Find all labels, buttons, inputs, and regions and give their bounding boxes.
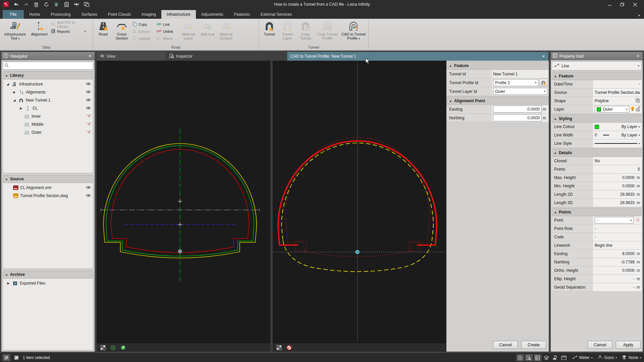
reports-button[interactable]: Reports ▾ [50,28,87,34]
distance-unit-dropdown[interactable]: Meter ▾ [572,355,593,360]
expanded-arrow-icon[interactable]: ◢ [6,82,10,86]
property-grid-toggle-icon[interactable] [534,354,541,361]
northing-input[interactable]: 0.0000 [493,114,542,121]
tree-item-infrastructure[interactable]: ◢ Infrastructure [3,80,93,88]
layer-visibility-bulb-icon[interactable] [631,106,635,112]
tab-infrastructure[interactable]: Infrastructure [161,10,196,19]
pg-section-points[interactable]: ▲ Points [552,208,642,216]
new-profile-button[interactable] [539,79,547,86]
source-file-dwg[interactable]: DWG Tunnel Profile Section.dwg [3,192,93,200]
tab-features[interactable]: Features [229,10,255,19]
restore-button[interactable] [616,1,628,8]
feature-type-selector[interactable]: Line ▾ [552,61,642,70]
redo-button[interactable] [23,1,30,7]
delete-button[interactable] [33,1,40,7]
source-file-xml[interactable]: XML CL Alignment.xml [3,184,93,192]
visibility-pen-icon[interactable] [86,130,91,135]
ribbon-collapse-icon[interactable]: ▲ [638,13,641,17]
tree-item-middle[interactable]: Middle [3,120,93,128]
tab-home[interactable]: Home [24,10,45,19]
visibility-eye-icon[interactable] [86,82,91,86]
animation-toggle-icon[interactable] [560,354,568,361]
visibility-eye-icon[interactable] [86,98,91,103]
tab-processing[interactable]: Processing [45,10,76,19]
tab-file[interactable]: File [3,10,24,19]
visibility-eye-icon[interactable] [86,90,91,95]
library-section-header[interactable]: ▲ Library [3,72,93,79]
minimize-button[interactable] [604,1,615,8]
line-width-dropdown[interactable]: 0 By Layer ▾ [593,131,642,139]
tunnel-layer-button[interactable]: Tunnel Layer [278,19,297,44]
clipboard-import-button[interactable] [63,1,70,7]
pg-section-details[interactable]: ▲ Details [552,148,642,157]
expanded-arrow-icon[interactable]: ◢ [12,99,16,102]
close-icon[interactable]: ✕ [542,54,545,59]
measure-tool-icon[interactable] [13,354,20,361]
visibility-eye-icon[interactable] [86,185,91,190]
grid-toggle-icon[interactable] [276,345,282,351]
source-section-header[interactable]: ▲ Source [3,175,93,183]
refresh-button[interactable] [43,1,50,7]
doc-tab-cad-to-tunnel-profile[interactable]: CAD to Tunnel Profile: New Tunnel 1 ✕ [287,52,549,61]
tree-item-inner[interactable]: Inner [3,112,93,120]
visibility-pen-icon[interactable] [86,114,91,119]
archive-section-header[interactable]: ▲ Archive [3,271,93,279]
window-layout-button[interactable] [83,1,90,7]
gnss-satellite-button[interactable] [73,1,80,7]
viewport-splitter[interactable] [270,61,273,352]
layer-unlock-icon[interactable] [636,107,640,112]
add-poi-to-library-button[interactable]: Add POI to Library [50,21,89,27]
visibility-pen-icon[interactable] [86,122,91,127]
alignment-button[interactable]: Alignment [29,19,50,44]
alignment-point-section-header[interactable]: ▲ Alignment Point [446,97,549,105]
tunnel-profile-dropdown[interactable]: Profile 2 ▾ [493,79,538,86]
cancel-pick-icon[interactable] [286,345,292,351]
cancel-button[interactable]: Cancel [588,341,612,349]
tab-imaging[interactable]: Imaging [136,10,161,19]
material-layer-button[interactable]: Material Layer [179,19,198,44]
tree-item-exported-files[interactable]: ▶ Exported Files [3,279,93,287]
visibility-eye-icon[interactable] [86,193,91,198]
tunnel-button[interactable]: Tunnel [260,19,278,44]
cross-section-button[interactable]: Cross Section [112,19,131,44]
create-button[interactable]: Create [521,341,546,349]
view-viewport[interactable] [97,61,270,352]
link-button[interactable]: Link [155,21,179,27]
road-button[interactable]: Road [94,19,112,44]
tree-item-alignments[interactable]: ▶ Alignments [3,88,93,96]
cad-profile-viewport[interactable] [273,61,446,352]
search-input[interactable] [10,63,92,68]
tunnel-layer-dropdown[interactable]: Outer ▾ [493,88,547,95]
feature-section-header[interactable]: ▲ Feature [446,61,549,70]
inspector-toggle-icon[interactable] [525,354,533,361]
tab-adjustments[interactable]: Adjustments [196,10,229,19]
coordinate-system-dropdown[interactable]: None ▾ [622,355,641,361]
line-style-dropdown[interactable]: ▾ [593,139,642,147]
doc-tab-inspector[interactable]: Inspector [166,52,287,61]
line-colour-dropdown[interactable]: By Layer ▾ [593,123,642,131]
navigator-toggle-icon[interactable] [517,354,524,361]
navigator-search[interactable] [3,62,93,70]
undo-button[interactable] [13,1,19,7]
visibility-eye-icon[interactable] [86,106,91,111]
layer-dropdown[interactable]: Outer ▾ [595,106,629,113]
tab-surfaces[interactable]: Surfaces [76,10,103,19]
material-surface-button[interactable]: Material Surface [216,19,236,44]
unlink-button[interactable]: Unlink [155,28,179,34]
infrastructure-toggle-icon[interactable] [551,354,559,361]
layers-toggle-icon[interactable] [543,354,550,361]
collapsed-arrow-icon[interactable]: ▶ [12,90,16,94]
infrastructure-tool-button[interactable]: Infrastructure Tool ▾ [1,19,29,44]
easting-input[interactable]: 0.0000 [493,106,542,113]
add-to-button[interactable]: Add to ▾ [198,19,216,44]
tree-item-outer[interactable]: Outer [3,128,93,136]
extract-button[interactable]: Extract [131,28,155,34]
grid-toggle-icon[interactable] [100,345,106,351]
copy-geometry-icon[interactable] [636,98,640,104]
close-icon[interactable]: ✕ [635,54,641,58]
collapsed-arrow-icon[interactable]: ▶ [19,107,23,110]
pan-mode-icon[interactable] [120,345,126,351]
copy-tunnel-button[interactable]: Copy Tunnel [297,19,315,44]
update-button[interactable]: Update [131,36,155,41]
pg-section-styling[interactable]: ▲ Styling [552,114,642,123]
